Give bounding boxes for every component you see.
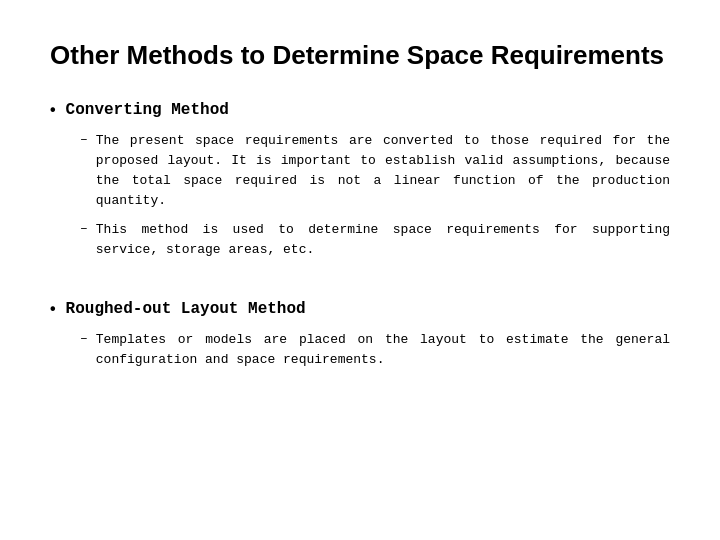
sub-bullet-converting-1: – The present space requirements are con… — [80, 131, 670, 212]
bullet-dot-roughed-out: • — [50, 300, 56, 318]
section-roughed-out: • Roughed-out Layout Method – Templates … — [50, 300, 670, 380]
section-converting: • Converting Method – The present space … — [50, 101, 670, 270]
slide-title: Other Methods to Determine Space Require… — [50, 40, 670, 71]
sub-bullet-converting-2: – This method is used to determine space… — [80, 220, 670, 260]
bullet-dot-converting: • — [50, 101, 56, 119]
sub-bullet-text-roughed-1: Templates or models are placed on the la… — [96, 330, 670, 370]
converting-method-label: Converting Method — [66, 101, 229, 119]
roughed-out-sub-bullets: – Templates or models are placed on the … — [80, 330, 670, 370]
dash-converting-2: – — [80, 221, 88, 236]
dash-roughed-1: – — [80, 331, 88, 346]
bullet-main-converting: • Converting Method — [50, 101, 670, 119]
bullet-main-roughed-out: • Roughed-out Layout Method — [50, 300, 670, 318]
sub-bullet-roughed-1: – Templates or models are placed on the … — [80, 330, 670, 370]
slide: Other Methods to Determine Space Require… — [0, 0, 720, 540]
dash-converting-1: – — [80, 132, 88, 147]
sub-bullet-text-converting-2: This method is used to determine space r… — [96, 220, 670, 260]
roughed-out-label: Roughed-out Layout Method — [66, 300, 306, 318]
sub-bullet-text-converting-1: The present space requirements are conve… — [96, 131, 670, 212]
converting-sub-bullets: – The present space requirements are con… — [80, 131, 670, 260]
